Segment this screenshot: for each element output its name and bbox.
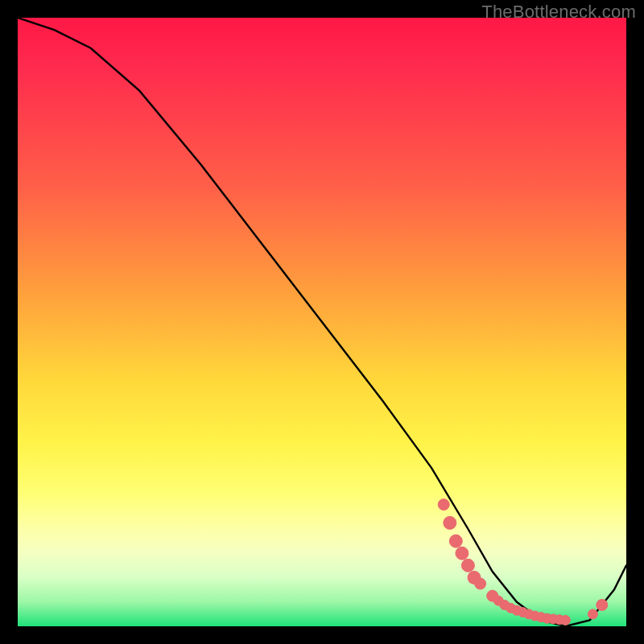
chart-container: TheBottleneck.com	[0, 0, 644, 644]
watermark-label: TheBottleneck.com	[481, 2, 636, 23]
gradient-background	[18, 18, 626, 626]
